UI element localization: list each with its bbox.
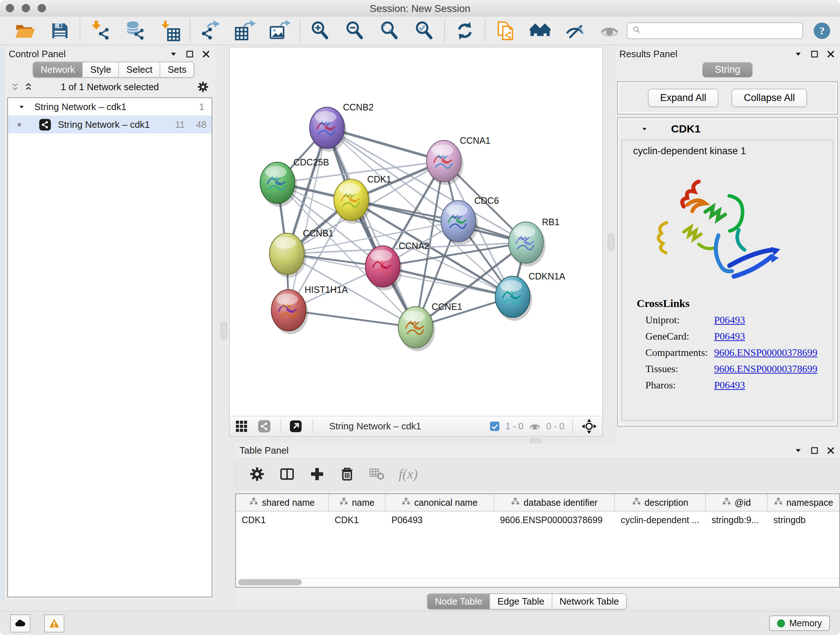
- show-columns-icon[interactable]: [279, 466, 295, 483]
- gene-section-header[interactable]: CDK1: [618, 118, 837, 140]
- warnings-button[interactable]: [44, 614, 65, 632]
- tab-style[interactable]: Style: [83, 62, 119, 77]
- column-header-shared-name[interactable]: shared name: [236, 494, 329, 511]
- crosslink-row: Pharos:P06493: [645, 379, 833, 391]
- node-label-RB1: RB1: [542, 217, 560, 227]
- collection-expand-icon[interactable]: [17, 103, 26, 111]
- table-panel-close-icon[interactable]: [826, 446, 836, 455]
- table-row[interactable]: CDK1CDK1P064939606.ENSP00000378699cyclin…: [236, 511, 839, 528]
- collapse-all-button[interactable]: Collapse All: [731, 89, 807, 107]
- zoom-fit-button[interactable]: [378, 19, 401, 42]
- control-panel-float-icon[interactable]: [185, 49, 195, 59]
- first-neighbors-button[interactable]: [529, 19, 551, 42]
- column-header-@id[interactable]: @id: [706, 494, 767, 511]
- network-grid-view-icon[interactable]: [235, 420, 248, 433]
- right-splitter-handle[interactable]: [608, 233, 614, 251]
- node-CDKN1A[interactable]: CDKN1A: [495, 271, 565, 321]
- column-header-description[interactable]: description: [615, 494, 706, 511]
- node-CCNE1[interactable]: CCNE1: [398, 302, 462, 351]
- crosslink-link[interactable]: P06493: [714, 314, 745, 326]
- tab-select[interactable]: Select: [119, 62, 160, 77]
- table-cell: 9606.ENSP00000378699: [494, 515, 615, 525]
- results-panel-menu-icon[interactable]: [793, 49, 803, 59]
- cloud-button[interactable]: [10, 614, 30, 632]
- import-table-button[interactable]: [158, 19, 181, 42]
- node-RB1[interactable]: RB1: [508, 217, 560, 266]
- selected-count-checkbox[interactable]: [489, 421, 500, 432]
- tab-edge-table[interactable]: Edge Table: [490, 594, 553, 609]
- edge-count: 48: [185, 119, 207, 130]
- tab-sets[interactable]: Sets: [160, 62, 194, 77]
- control-panel-close-icon[interactable]: [201, 49, 211, 59]
- hidden-counts: 0 - 0: [546, 421, 564, 432]
- node-CCNB1[interactable]: CCNB1: [270, 228, 333, 278]
- results-panel-close-icon[interactable]: [826, 49, 836, 59]
- fit-content-crosshair-icon[interactable]: [581, 418, 597, 434]
- crosslink-label: Pharos:: [645, 379, 714, 391]
- results-panel-float-icon[interactable]: [810, 49, 819, 59]
- edge-CCNB2-CCNE1[interactable]: [327, 128, 416, 327]
- zoom-in-button[interactable]: [309, 19, 332, 42]
- network-options-gear-icon[interactable]: [196, 80, 210, 93]
- network-birdseye-icon[interactable]: [257, 420, 271, 433]
- export-table-button[interactable]: [234, 19, 256, 42]
- node-CDC25B[interactable]: CDC25B: [260, 157, 329, 207]
- network-view-toolbar: String Network – cdk1 1 - 0 0 - 0: [230, 416, 602, 436]
- tab-string[interactable]: String: [703, 62, 753, 77]
- zoom-out-button[interactable]: [344, 19, 366, 42]
- column-header-namespace[interactable]: namespace: [767, 494, 840, 511]
- node-CCNA1[interactable]: CCNA1: [426, 135, 491, 185]
- duplicate-network-button[interactable]: [494, 19, 516, 42]
- node-label-CCNA1: CCNA1: [460, 135, 491, 146]
- node-CCNB2[interactable]: CCNB2: [309, 102, 374, 152]
- detach-view-icon[interactable]: [289, 420, 302, 433]
- add-column-icon[interactable]: [309, 466, 325, 483]
- section-collapse-icon[interactable]: [640, 125, 649, 133]
- table-options-gear-icon[interactable]: [248, 466, 265, 483]
- node-HIST1H1A[interactable]: HIST1H1A: [271, 285, 348, 334]
- toolbar-separator: [189, 19, 190, 42]
- expand-all-button[interactable]: Expand All: [648, 89, 719, 107]
- export-network-button[interactable]: [199, 19, 221, 42]
- tab-network-table[interactable]: Network Table: [553, 594, 626, 609]
- delete-column-icon[interactable]: [339, 466, 355, 483]
- export-image-button[interactable]: [268, 19, 291, 42]
- node-CDK1[interactable]: CDK1: [334, 174, 392, 224]
- network-collection-row[interactable]: String Network – cdk1 1: [8, 98, 212, 116]
- crosslink-link[interactable]: 9606.ENSP00000378699: [714, 347, 817, 358]
- table-panel-menu-icon[interactable]: [793, 446, 803, 455]
- crosslink-label: Uniprot:: [645, 314, 714, 326]
- table-panel-float-icon[interactable]: [810, 446, 819, 455]
- column-header-database-identifier[interactable]: database identifier: [494, 494, 615, 511]
- memory-button[interactable]: Memory: [769, 616, 830, 631]
- tab-network[interactable]: Network: [33, 62, 83, 77]
- scrollbar-thumb[interactable]: [238, 579, 302, 585]
- save-session-button[interactable]: [49, 19, 71, 42]
- hide-selected-button[interactable]: [564, 19, 586, 42]
- zoom-selected-button[interactable]: [413, 19, 436, 42]
- open-session-button[interactable]: [14, 19, 36, 42]
- control-panel-menu-icon[interactable]: [169, 49, 178, 59]
- column-header-name[interactable]: name: [329, 494, 386, 511]
- warning-icon: [49, 618, 60, 629]
- column-header-canonical-name[interactable]: canonical name: [386, 494, 494, 511]
- bottom-splitter-handle[interactable]: [530, 438, 541, 444]
- import-network-from-file-button[interactable]: [89, 19, 111, 42]
- network-row-selected[interactable]: String Network – cdk1 11 48: [8, 116, 212, 134]
- apply-preferred-layout-button[interactable]: [454, 19, 476, 42]
- edge-CCNB2-HIST1H1A[interactable]: [289, 128, 327, 310]
- help-button[interactable]: ?: [813, 21, 831, 40]
- network-selected-status: 1 of 1 Network selected: [4, 81, 215, 93]
- node-CDC6[interactable]: CDC6: [441, 195, 499, 245]
- tab-node-table[interactable]: Node Table: [428, 594, 490, 609]
- search-input[interactable]: [644, 25, 798, 36]
- network-canvas[interactable]: CCNB2 CCNA1 CDC25B: [230, 48, 602, 416]
- left-splitter-handle[interactable]: [221, 322, 227, 340]
- import-network-from-database-button[interactable]: [124, 19, 146, 42]
- left-edge-strip: [0, 47, 4, 600]
- crosslink-link[interactable]: P06493: [714, 379, 745, 391]
- crosslink-link[interactable]: 9606.ENSP00000378699: [714, 363, 817, 375]
- crosslink-link[interactable]: P06493: [714, 331, 745, 342]
- table-horizontal-scrollbar[interactable]: [236, 578, 839, 587]
- toolbar-separator: [300, 19, 300, 42]
